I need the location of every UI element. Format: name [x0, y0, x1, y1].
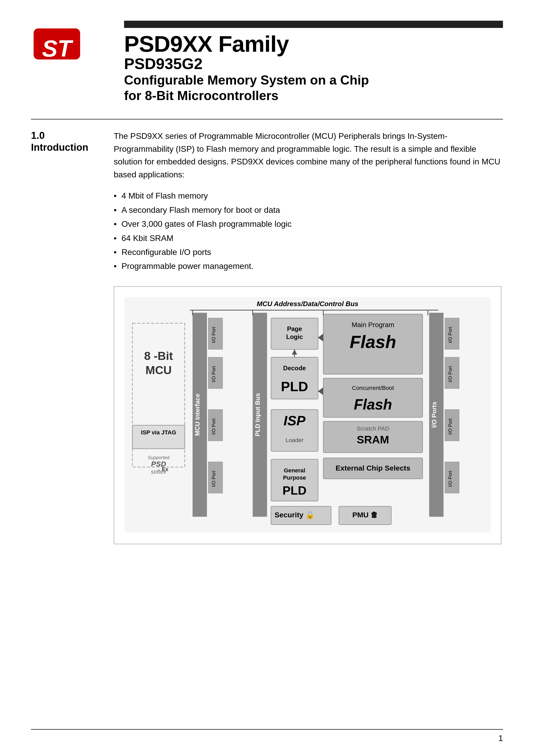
- svg-text:ISP: ISP: [283, 413, 306, 428]
- bullet-list: 4 Mbit of Flash memory A secondary Flash…: [114, 189, 503, 273]
- svg-text:MCU Address/Data/Control Bus: MCU Address/Data/Control Bus: [257, 300, 358, 308]
- section-title: Introduction: [31, 142, 98, 153]
- svg-text:External Chip Selects: External Chip Selects: [335, 464, 410, 472]
- svg-text:I/O Ports: I/O Ports: [431, 401, 438, 428]
- title-area: PSD9XX Family PSD935G2 Configurable Memo…: [103, 21, 503, 103]
- footer: 1: [31, 729, 503, 743]
- section-content: The PSD9XX series of Programmable Microc…: [114, 130, 503, 273]
- svg-text:PMU 🗑: PMU 🗑: [352, 510, 378, 519]
- svg-text:General: General: [284, 467, 305, 473]
- svg-text:Security 🔒: Security 🔒: [275, 510, 315, 519]
- list-item: Reconfigurable I/O ports: [114, 245, 503, 259]
- section-number: 1.0: [31, 130, 98, 142]
- svg-text:Decode: Decode: [283, 364, 306, 371]
- svg-text:Logic: Logic: [286, 333, 303, 340]
- svg-text:Concurrent/Boot: Concurrent/Boot: [352, 385, 394, 391]
- svg-rect-8: [132, 425, 185, 448]
- svg-text:I/O Port: I/O Port: [448, 327, 453, 343]
- svg-text:I/O Port: I/O Port: [211, 327, 216, 343]
- section-divider: [31, 119, 503, 120]
- list-item: Over 3,000 gates of Flash programmable l…: [114, 217, 503, 231]
- svg-text:I/O Port: I/O Port: [211, 471, 216, 487]
- svg-text:Flash: Flash: [354, 396, 392, 413]
- svg-text:ISP via JTAG: ISP via JTAG: [141, 429, 176, 436]
- svg-text:Main Program: Main Program: [352, 321, 394, 329]
- list-item: 4 Mbit of Flash memory: [114, 189, 503, 203]
- svg-text:MCU: MCU: [146, 364, 172, 376]
- product-subtitle: Configurable Memory System on a Chip for…: [124, 72, 503, 103]
- diagram-svg: MCU Address/Data/Control Bus 8 -Bit MCU …: [124, 297, 491, 532]
- svg-text:SRAM: SRAM: [357, 434, 389, 446]
- svg-text:Scratch PAD: Scratch PAD: [357, 425, 389, 432]
- block-diagram: MCU Address/Data/Control Bus 8 -Bit MCU …: [114, 286, 501, 544]
- svg-text:I/O Port: I/O Port: [211, 366, 216, 382]
- svg-text:8 -Bit: 8 -Bit: [144, 349, 173, 362]
- page-number: 1: [498, 734, 503, 743]
- svg-text:I/O Port: I/O Port: [448, 418, 453, 435]
- header-bar: [124, 21, 503, 28]
- svg-text:Flash: Flash: [350, 332, 396, 352]
- section-label: 1.0 Introduction: [31, 130, 98, 273]
- list-item: A secondary Flash memory for boot or dat…: [114, 203, 503, 217]
- svg-text:I/O Port: I/O Port: [448, 366, 453, 382]
- list-item: 64 Kbit SRAM: [114, 231, 503, 245]
- svg-text:PLD Input Bus: PLD Input Bus: [254, 393, 261, 436]
- logo-area: ST: [31, 26, 103, 63]
- svg-text:Purpose: Purpose: [283, 474, 306, 481]
- svg-text:Ex: Ex: [162, 466, 168, 472]
- svg-text:Loader: Loader: [286, 437, 304, 444]
- product-number: PSD935G2: [124, 55, 503, 72]
- svg-text:Supported: Supported: [148, 455, 170, 460]
- product-family: PSD9XX Family: [124, 33, 503, 55]
- svg-text:MCU Interface: MCU Interface: [194, 393, 201, 436]
- svg-text:I/O Port: I/O Port: [211, 418, 216, 435]
- intro-text: The PSD9XX series of Programmable Microc…: [114, 130, 503, 181]
- svg-text:PLD: PLD: [281, 379, 308, 394]
- content-section: 1.0 Introduction The PSD9XX series of Pr…: [31, 130, 503, 273]
- svg-text:PLD: PLD: [282, 483, 307, 497]
- st-logo: ST: [31, 26, 83, 62]
- list-item: Programmable power management.: [114, 259, 503, 273]
- svg-text:ST: ST: [42, 36, 73, 62]
- page: ST PSD9XX Family PSD935G2 Configurable M…: [0, 0, 534, 756]
- header: ST PSD9XX Family PSD935G2 Configurable M…: [31, 21, 503, 103]
- svg-text:Page: Page: [287, 325, 302, 332]
- svg-text:I/O Port: I/O Port: [448, 471, 453, 487]
